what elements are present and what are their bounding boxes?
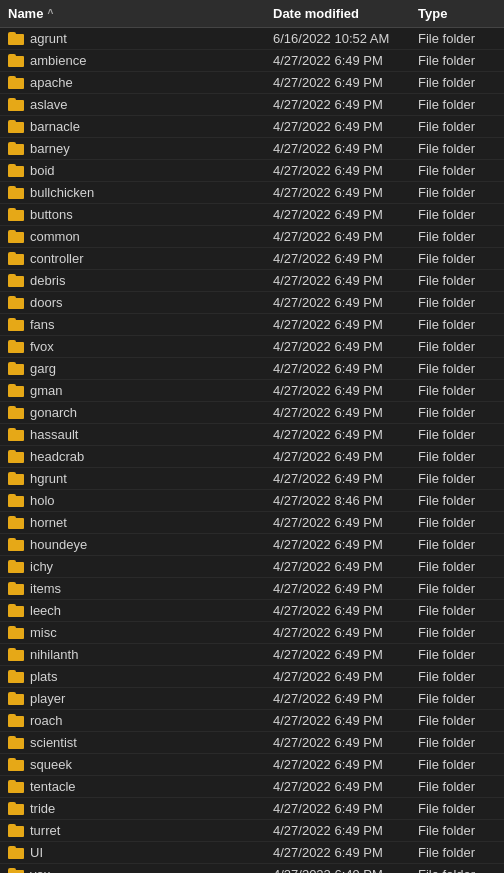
table-row[interactable]: aslave4/27/2022 6:49 PMFile folder	[0, 94, 504, 116]
file-type: File folder	[410, 668, 504, 685]
table-row[interactable]: hgrunt4/27/2022 6:49 PMFile folder	[0, 468, 504, 490]
folder-icon	[8, 406, 24, 419]
table-row[interactable]: hornet4/27/2022 6:49 PMFile folder	[0, 512, 504, 534]
file-name: gman	[0, 382, 265, 399]
file-type: File folder	[410, 866, 504, 873]
file-name: houndeye	[0, 536, 265, 553]
file-date: 4/27/2022 6:49 PM	[265, 734, 410, 751]
folder-icon	[8, 252, 24, 265]
file-name: agrunt	[0, 30, 265, 47]
file-name: common	[0, 228, 265, 245]
table-row[interactable]: scientist4/27/2022 6:49 PMFile folder	[0, 732, 504, 754]
file-type: File folder	[410, 294, 504, 311]
file-name-label: common	[30, 229, 80, 244]
folder-icon	[8, 362, 24, 375]
folder-icon	[8, 296, 24, 309]
table-row[interactable]: UI4/27/2022 6:49 PMFile folder	[0, 842, 504, 864]
folder-icon	[8, 780, 24, 793]
table-row[interactable]: ichy4/27/2022 6:49 PMFile folder	[0, 556, 504, 578]
file-type: File folder	[410, 514, 504, 531]
table-row[interactable]: misc4/27/2022 6:49 PMFile folder	[0, 622, 504, 644]
file-name: nihilanth	[0, 646, 265, 663]
file-type: File folder	[410, 734, 504, 751]
file-name: debris	[0, 272, 265, 289]
table-row[interactable]: turret4/27/2022 6:49 PMFile folder	[0, 820, 504, 842]
table-row[interactable]: squeek4/27/2022 6:49 PMFile folder	[0, 754, 504, 776]
folder-icon	[8, 604, 24, 617]
folder-icon	[8, 208, 24, 221]
table-row[interactable]: holo4/27/2022 8:46 PMFile folder	[0, 490, 504, 512]
folder-icon	[8, 736, 24, 749]
file-date: 4/27/2022 6:49 PM	[265, 690, 410, 707]
table-row[interactable]: player4/27/2022 6:49 PMFile folder	[0, 688, 504, 710]
file-name-label: tentacle	[30, 779, 76, 794]
table-row[interactable]: roach4/27/2022 6:49 PMFile folder	[0, 710, 504, 732]
folder-icon	[8, 692, 24, 705]
file-date: 4/27/2022 6:49 PM	[265, 822, 410, 839]
file-date: 4/27/2022 6:49 PM	[265, 140, 410, 157]
table-row[interactable]: vox4/27/2022 6:49 PMFile folder	[0, 864, 504, 873]
table-row[interactable]: hassault4/27/2022 6:49 PMFile folder	[0, 424, 504, 446]
file-type: File folder	[410, 316, 504, 333]
folder-icon	[8, 868, 24, 873]
file-name: apache	[0, 74, 265, 91]
file-type: File folder	[410, 162, 504, 179]
table-row[interactable]: garg4/27/2022 6:49 PMFile folder	[0, 358, 504, 380]
table-row[interactable]: barnacle4/27/2022 6:49 PMFile folder	[0, 116, 504, 138]
table-row[interactable]: tentacle4/27/2022 6:49 PMFile folder	[0, 776, 504, 798]
table-row[interactable]: barney4/27/2022 6:49 PMFile folder	[0, 138, 504, 160]
file-name: leech	[0, 602, 265, 619]
file-name-label: nihilanth	[30, 647, 78, 662]
header-name[interactable]: Name ^	[0, 4, 265, 23]
file-name-label: houndeye	[30, 537, 87, 552]
file-date: 4/27/2022 6:49 PM	[265, 294, 410, 311]
table-row[interactable]: doors4/27/2022 6:49 PMFile folder	[0, 292, 504, 314]
table-row[interactable]: houndeye4/27/2022 6:49 PMFile folder	[0, 534, 504, 556]
file-name-label: aslave	[30, 97, 68, 112]
table-row[interactable]: fvox4/27/2022 6:49 PMFile folder	[0, 336, 504, 358]
table-row[interactable]: debris4/27/2022 6:49 PMFile folder	[0, 270, 504, 292]
table-row[interactable]: common4/27/2022 6:49 PMFile folder	[0, 226, 504, 248]
table-row[interactable]: buttons4/27/2022 6:49 PMFile folder	[0, 204, 504, 226]
file-type: File folder	[410, 426, 504, 443]
table-row[interactable]: gman4/27/2022 6:49 PMFile folder	[0, 380, 504, 402]
table-row[interactable]: gonarch4/27/2022 6:49 PMFile folder	[0, 402, 504, 424]
file-name: doors	[0, 294, 265, 311]
table-row[interactable]: ambience4/27/2022 6:49 PMFile folder	[0, 50, 504, 72]
file-type: File folder	[410, 470, 504, 487]
table-row[interactable]: items4/27/2022 6:49 PMFile folder	[0, 578, 504, 600]
file-type: File folder	[410, 712, 504, 729]
table-row[interactable]: headcrab4/27/2022 6:49 PMFile folder	[0, 446, 504, 468]
folder-icon	[8, 648, 24, 661]
file-date: 4/27/2022 6:49 PM	[265, 74, 410, 91]
file-type: File folder	[410, 536, 504, 553]
table-row[interactable]: bullchicken4/27/2022 6:49 PMFile folder	[0, 182, 504, 204]
table-row[interactable]: plats4/27/2022 6:49 PMFile folder	[0, 666, 504, 688]
file-date: 4/27/2022 6:49 PM	[265, 162, 410, 179]
file-date: 4/27/2022 6:49 PM	[265, 712, 410, 729]
file-name-label: ichy	[30, 559, 53, 574]
table-row[interactable]: leech4/27/2022 6:49 PMFile folder	[0, 600, 504, 622]
folder-icon	[8, 714, 24, 727]
table-row[interactable]: agrunt6/16/2022 10:52 AMFile folder	[0, 28, 504, 50]
table-row[interactable]: fans4/27/2022 6:49 PMFile folder	[0, 314, 504, 336]
file-name-label: fans	[30, 317, 55, 332]
file-date: 4/27/2022 6:49 PM	[265, 800, 410, 817]
file-type: File folder	[410, 756, 504, 773]
table-row[interactable]: apache4/27/2022 6:49 PMFile folder	[0, 72, 504, 94]
header-date[interactable]: Date modified	[265, 4, 410, 23]
file-type: File folder	[410, 140, 504, 157]
table-row[interactable]: nihilanth4/27/2022 6:49 PMFile folder	[0, 644, 504, 666]
file-type: File folder	[410, 74, 504, 91]
file-date: 4/27/2022 6:49 PM	[265, 404, 410, 421]
table-row[interactable]: boid4/27/2022 6:49 PMFile folder	[0, 160, 504, 182]
folder-icon	[8, 164, 24, 177]
table-row[interactable]: tride4/27/2022 6:49 PMFile folder	[0, 798, 504, 820]
file-name-label: fvox	[30, 339, 54, 354]
header-type[interactable]: Type	[410, 4, 504, 23]
table-row[interactable]: controller4/27/2022 6:49 PMFile folder	[0, 248, 504, 270]
folder-icon	[8, 98, 24, 111]
file-date: 4/27/2022 6:49 PM	[265, 646, 410, 663]
folder-icon	[8, 670, 24, 683]
table-header: Name ^ Date modified Type	[0, 0, 504, 28]
